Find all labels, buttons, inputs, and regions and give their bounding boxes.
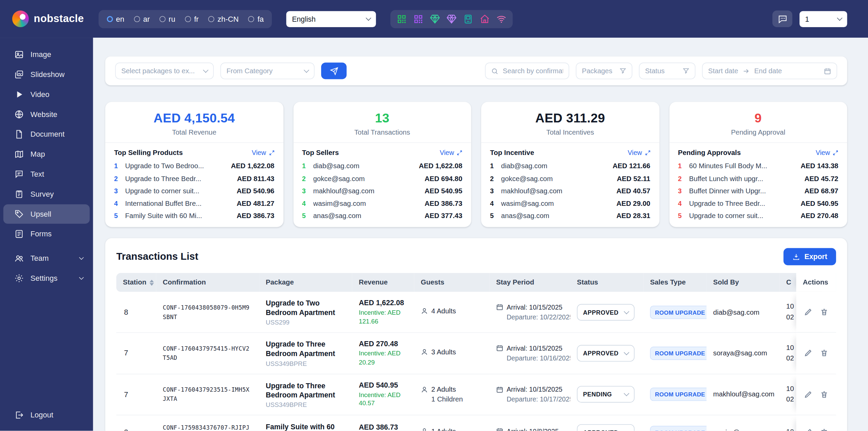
status-filter[interactable]: Status (639, 63, 695, 79)
confirmation-cell: CONF-1760437975415-HYCV2T5AD (156, 333, 259, 374)
qr-code-icon-green[interactable] (397, 14, 407, 24)
sidebar-item-text[interactable]: Text (3, 164, 90, 184)
house-icon[interactable] (480, 14, 490, 24)
packages-export-multiselect[interactable]: Select packages to ex... (115, 63, 214, 79)
date-range-picker[interactable]: Start date End date (702, 63, 837, 79)
adults-count: 2 Adults (431, 386, 456, 393)
sidebar-item-website[interactable]: Website (3, 105, 90, 124)
delete-button[interactable] (819, 348, 829, 358)
logout-label: Logout (31, 411, 53, 419)
sidebar-item-upsell[interactable]: Upsell (3, 204, 90, 224)
language-option-en[interactable]: en (106, 15, 124, 23)
start-date-placeholder: Start date (708, 67, 738, 75)
export-button[interactable]: Export (783, 248, 836, 266)
search-field[interactable] (485, 63, 569, 79)
list-item: 4wasim@sag.comAED 386.73 (302, 200, 462, 208)
radio-icon (208, 16, 214, 22)
incentive-value: Incentive: AED 20.29 (359, 350, 408, 367)
brand-name: nobstacle (34, 13, 84, 25)
sidebar-item-video[interactable]: Video (3, 85, 90, 104)
status-select[interactable]: APPROVED (577, 304, 635, 320)
sidebar: Image Slideshow Video Website Document M… (0, 38, 93, 431)
view-link[interactable]: View (816, 149, 839, 157)
category-select[interactable]: From Category (220, 63, 315, 79)
edit-button[interactable] (803, 427, 813, 431)
language-option-ar[interactable]: ar (134, 15, 150, 23)
sort-icon (150, 279, 154, 286)
map-icon (14, 150, 24, 159)
search-input[interactable] (503, 67, 563, 75)
list-item: 3makhlouf@sag.comAED 40.57 (490, 187, 650, 195)
qr-code-icon-purple[interactable] (413, 14, 424, 24)
radio-icon (134, 16, 140, 22)
image-icon (14, 50, 24, 59)
end-date-placeholder: End date (754, 67, 782, 75)
sold-by-cell: soraya@sag.com (707, 333, 780, 374)
transaction-row: 7 CONF-1760437923515-IMH5XJXTA Upgrade t… (116, 374, 836, 415)
station-cell: 7 (116, 374, 156, 415)
language-option-fa[interactable]: fa (248, 15, 264, 23)
sidebar-item-label: Website (31, 110, 57, 118)
sidebar-item-label: Document (31, 130, 64, 138)
send-button[interactable] (321, 63, 347, 79)
stats-cards: AED 4,150.54 Total Revenue Top Selling P… (105, 102, 847, 227)
stat-card-pending-approval: 9 Pending Approval Pending Approvals Vie… (669, 102, 847, 227)
status-select[interactable]: APPROVED (577, 424, 635, 431)
header-icon-tray (391, 10, 513, 28)
packages-filter[interactable]: Packages (576, 63, 632, 79)
sidebar-item-label: Map (31, 150, 45, 158)
delete-button[interactable] (819, 427, 829, 431)
sidebar-item-document[interactable]: Document (3, 124, 90, 144)
column-header-station[interactable]: Station (116, 273, 156, 292)
transaction-row: 7 CONF-1760437975415-HYCV2T5AD Upgrade t… (116, 333, 836, 374)
list-item: 1diab@sag.comAED 1,622.08 (302, 162, 462, 170)
sidebar-item-image[interactable]: Image (3, 45, 90, 64)
view-link[interactable]: View (252, 149, 275, 157)
top-bar-right: 1 (772, 11, 847, 27)
sidebar-item-forms[interactable]: Forms (3, 224, 90, 243)
language-option-zh-cn[interactable]: zh-CN (208, 15, 239, 23)
sidebar-item-label: Settings (31, 274, 58, 282)
gem-icon-green[interactable] (430, 14, 440, 24)
stat-value: 13 (302, 110, 462, 126)
sidebar-item-team[interactable]: Team (3, 249, 90, 268)
edit-button[interactable] (803, 307, 813, 317)
sales-type-badge: ROOM UPGRADE (650, 306, 707, 319)
package-name: Family Suite with 60 Minutes Massage (266, 422, 346, 431)
adults-count: 1 Adults (431, 427, 456, 431)
gem-icon-purple[interactable] (447, 14, 457, 24)
station-cell: 8 (116, 292, 156, 333)
view-link[interactable]: View (440, 149, 462, 157)
chevron-down-icon (624, 391, 629, 396)
sold-by-cell: wasim@sag.com (707, 415, 780, 431)
transactions-title: Transactions List (116, 251, 198, 262)
language-option-ru[interactable]: ru (159, 15, 175, 23)
status-select[interactable]: APPROVED (577, 345, 635, 361)
chat-button[interactable] (772, 11, 792, 27)
stat-label: Total Revenue (114, 129, 274, 136)
delete-button[interactable] (819, 389, 829, 400)
edit-button[interactable] (803, 348, 813, 358)
delete-button[interactable] (819, 307, 829, 317)
filter-label: Status (645, 67, 665, 75)
view-link[interactable]: View (628, 149, 650, 157)
kiosk-icon[interactable] (463, 14, 474, 24)
status-select[interactable]: PENDING (577, 386, 635, 403)
sidebar-item-map[interactable]: Map (3, 144, 90, 164)
sidebar-item-slideshow[interactable]: Slideshow (3, 65, 90, 84)
language-select[interactable]: English (287, 11, 376, 27)
edit-button[interactable] (803, 389, 813, 400)
arrow-right-icon (743, 67, 750, 74)
departure-date: Departure: 10/22/2025 (507, 313, 564, 321)
logout-button[interactable]: Logout (3, 405, 90, 425)
divider (669, 142, 847, 143)
expand-icon (645, 150, 650, 156)
station-select[interactable]: 1 (800, 11, 847, 27)
sidebar-item-survey[interactable]: Survey (3, 184, 90, 204)
arrival-date: Arrival: 10/15/2025 (507, 386, 562, 393)
list-item: 3makhlouf@sag.comAED 540.95 (302, 187, 462, 195)
sidebar-item-settings[interactable]: Settings (3, 269, 90, 288)
wifi-icon[interactable] (496, 14, 507, 24)
language-option-fr[interactable]: fr (185, 15, 199, 23)
column-header-status: Status (570, 273, 644, 292)
